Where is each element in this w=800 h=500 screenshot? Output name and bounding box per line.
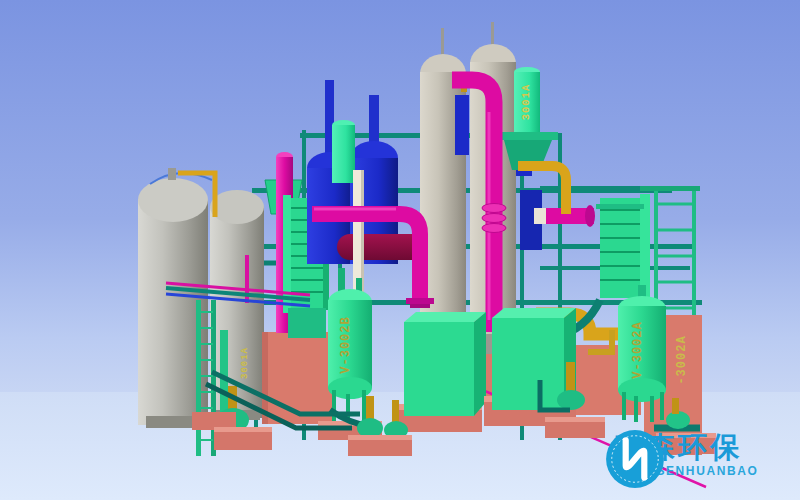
green-box-tanks — [396, 308, 576, 432]
vessel-v3002a-label: V-3002A — [631, 321, 645, 378]
cad-viewport[interactable]: 3001A — [0, 0, 800, 500]
left-pump-label: 3001A — [240, 347, 250, 379]
right-pump-line-label: -3002A — [675, 335, 689, 384]
hongsen-logo-icon — [604, 428, 666, 490]
top-exchanger-label: 3001A — [520, 84, 532, 121]
plant-3d-scene: 3001A — [0, 0, 800, 500]
blue-panel-1 — [455, 95, 469, 155]
green-cylinder-small — [332, 125, 355, 183]
watermark-logo: 宏森环保 HONGSENHUANBAO — [604, 428, 758, 478]
vessel-v3002b-label: V-3002B — [339, 316, 353, 373]
